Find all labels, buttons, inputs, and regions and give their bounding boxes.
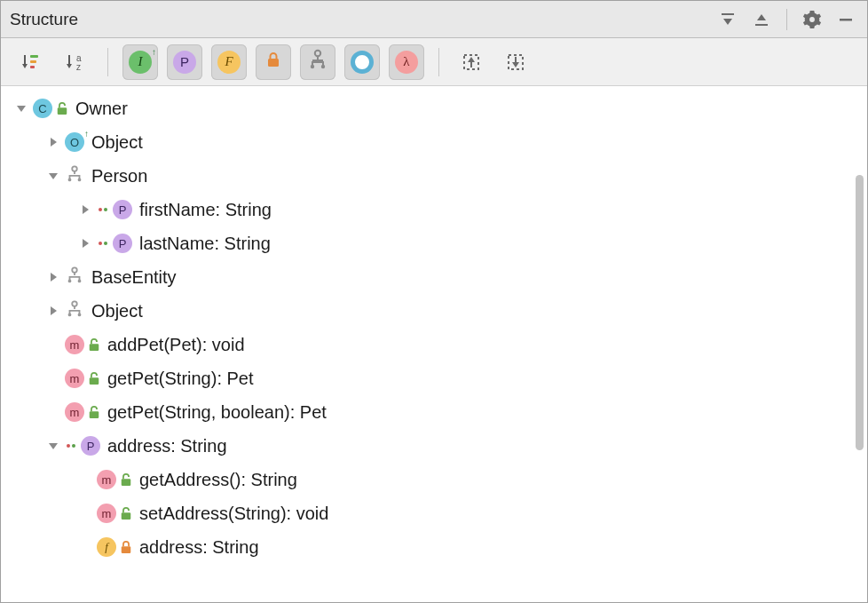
minimize-button[interactable] — [833, 7, 858, 32]
toolbar: a z I↑PF λ — [1, 38, 867, 86]
gutter-dots-icon — [97, 242, 109, 245]
inherited-icon — [65, 164, 84, 188]
public-icon — [120, 472, 132, 487]
lock-icon — [266, 52, 280, 72]
structure-panel: Structure — [0, 0, 868, 603]
svg-rect-52 — [122, 546, 131, 553]
expand-all-button[interactable] — [715, 7, 740, 32]
svg-rect-8 — [30, 60, 36, 63]
public-icon — [120, 506, 132, 520]
tree-row[interactable]: Paddress: String — [3, 429, 867, 463]
collapse-all-button[interactable] — [749, 7, 774, 32]
ring-icon — [351, 51, 374, 74]
show-anonymous-button[interactable] — [344, 44, 380, 80]
node-icons: P — [97, 234, 132, 253]
svg-marker-3 — [757, 14, 766, 20]
svg-point-29 — [78, 178, 82, 181]
expand-arrow[interactable] — [43, 132, 63, 152]
show-properties-button[interactable]: P — [167, 44, 202, 80]
gear-icon — [802, 10, 822, 29]
tree-row[interactable]: PfirstName: String — [3, 193, 867, 226]
toolbar-separator — [438, 48, 439, 76]
svg-rect-43 — [90, 377, 99, 385]
show-fields-button[interactable]: F — [211, 44, 247, 80]
public-icon — [88, 371, 100, 385]
tree-row[interactable]: m getAddress(): String — [3, 463, 867, 496]
tree-row[interactable]: Person — [3, 159, 867, 193]
svg-point-28 — [68, 178, 72, 181]
autoscroll-from-source-button[interactable] — [498, 44, 533, 80]
node-icons: m — [97, 470, 132, 489]
method-icon: m — [65, 369, 84, 388]
expand-arrow[interactable] — [75, 234, 95, 253]
tree-row[interactable]: m addPet(Pet): void — [3, 328, 867, 361]
tree-row[interactable]: PlastName: String — [3, 226, 867, 260]
node-label: getAddress(): String — [139, 470, 297, 490]
svg-marker-31 — [83, 239, 89, 248]
sort-visibility-button[interactable] — [13, 44, 49, 80]
expand-arrow[interactable] — [75, 200, 95, 219]
scrollbar[interactable] — [854, 175, 865, 599]
node-icons: P — [65, 436, 100, 456]
show-lambdas-icon: λ — [395, 51, 418, 74]
node-icons — [65, 299, 84, 323]
expand-arrow[interactable] — [43, 301, 63, 321]
expand-arrow[interactable] — [43, 267, 63, 287]
gutter-dots-icon — [97, 208, 109, 211]
svg-point-37 — [72, 301, 77, 306]
scrollbar-thumb[interactable] — [856, 175, 864, 450]
node-icons: P — [97, 200, 132, 219]
structure-tree[interactable]: C OwnerO↑Object PersonPfirstName: String… — [1, 86, 867, 602]
title-actions — [715, 7, 858, 32]
svg-marker-26 — [49, 173, 58, 179]
public-icon — [88, 337, 100, 352]
tree-row[interactable]: m getPet(String, boolean): Pet — [3, 395, 867, 429]
collapse-arrow[interactable] — [12, 99, 31, 118]
chevron-right-icon — [48, 272, 59, 282]
svg-rect-13 — [268, 59, 279, 67]
autoscroll-to-source-button[interactable] — [454, 44, 489, 80]
content-wrap: C OwnerO↑Object PersonPfirstName: String… — [1, 86, 867, 602]
class-icon: C — [33, 99, 52, 118]
node-label: firstName: String — [139, 200, 272, 220]
property-icon: P — [113, 234, 132, 253]
svg-point-38 — [68, 313, 72, 316]
svg-rect-48 — [122, 479, 131, 486]
svg-point-15 — [311, 65, 314, 68]
chevron-right-icon — [48, 137, 59, 147]
node-icons — [65, 164, 84, 188]
tree-row[interactable]: f address: String — [3, 530, 867, 564]
show-lambdas-button[interactable]: λ — [389, 44, 424, 80]
tree-row[interactable]: Object — [3, 294, 867, 328]
svg-rect-5 — [840, 19, 852, 21]
node-icons: m — [65, 369, 100, 388]
tree-row[interactable]: m getPet(String): Pet — [3, 361, 867, 395]
svg-rect-50 — [122, 512, 131, 520]
show-interfaces-button[interactable]: I↑ — [122, 44, 158, 80]
node-label: address: String — [107, 436, 227, 456]
show-non-public-button[interactable] — [256, 44, 291, 80]
collapse-arrow[interactable] — [43, 166, 63, 186]
inherited-icon — [65, 266, 84, 290]
node-label: Person — [91, 166, 147, 186]
show-inherited-button[interactable] — [300, 44, 335, 80]
tree-row[interactable]: BaseEntity — [3, 260, 867, 294]
tree-row[interactable]: C Owner — [3, 91, 867, 125]
chevron-right-icon — [48, 305, 59, 316]
svg-point-4 — [809, 17, 815, 22]
class-icon: O↑ — [65, 132, 84, 152]
panel-title: Structure — [10, 10, 715, 29]
sort-alpha-button[interactable]: a z — [58, 44, 93, 80]
tree-row[interactable]: m setAddress(String): void — [3, 496, 867, 530]
titlebar: Structure — [1, 1, 867, 38]
svg-point-34 — [68, 279, 72, 282]
svg-point-33 — [72, 267, 77, 273]
chevron-down-icon — [48, 171, 59, 181]
tree-row[interactable]: O↑Object — [3, 125, 867, 159]
svg-point-14 — [315, 51, 320, 56]
gutter-dots-icon — [65, 444, 77, 448]
collapse-arrow[interactable] — [43, 436, 63, 456]
settings-button[interactable] — [800, 7, 825, 32]
svg-marker-23 — [17, 106, 26, 112]
method-icon: m — [97, 504, 116, 523]
